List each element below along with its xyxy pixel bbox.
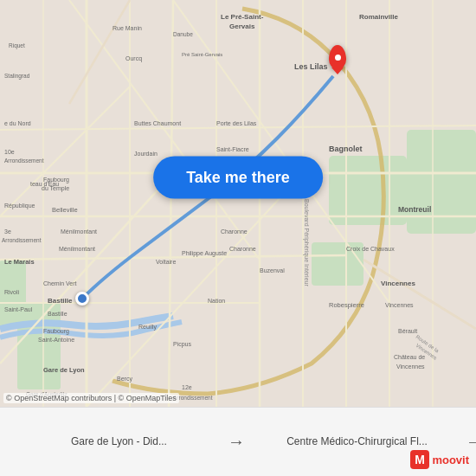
svg-text:Faubourg: Faubourg [43,177,69,183]
svg-text:Charonne: Charonne [221,228,248,235]
svg-text:Les Lilas: Les Lilas [294,62,328,71]
svg-text:Arrondissement: Arrondissement [2,237,42,243]
cta-button-container: Take me there [153,157,323,199]
svg-text:M: M [415,453,426,466]
svg-text:Romainville: Romainville [359,13,398,21]
svg-text:3e: 3e [4,228,11,235]
svg-text:Gare de Lyon: Gare de Lyon [43,366,85,374]
svg-text:Bastille: Bastille [48,311,68,317]
svg-text:Ménilmontant: Ménilmontant [59,246,95,252]
destination-pin [329,45,346,69]
svg-text:Reuilly: Reuilly [138,324,158,331]
svg-text:12e: 12e [182,384,192,390]
svg-text:Buzenval: Buzenval [260,267,285,273]
svg-text:Picpus: Picpus [173,341,192,348]
svg-text:Bercy: Bercy [117,376,132,383]
moovit-logo-text: moovit [432,453,469,466]
svg-text:Saint-Fiacre: Saint-Fiacre [216,146,249,152]
footer: Gare de Lyon - Did... Centre Médico-Chir… [0,407,476,476]
origin-pin [75,292,89,306]
svg-text:Nation: Nation [208,298,225,304]
footer-origin-label: Gare de Lyon - Did... [71,435,167,449]
svg-text:Bagnolet: Bagnolet [329,145,363,153]
svg-text:Rue Manin: Rue Manin [113,25,142,31]
svg-text:Philippe Auguste: Philippe Auguste [182,250,227,257]
svg-text:Saint-Antoine: Saint-Antoine [38,337,74,343]
svg-text:Charonne: Charonne [229,246,256,252]
map-container: Boulevard Périphérique Intérieur Rue Man… [0,0,476,407]
svg-text:Vincennes: Vincennes [381,280,415,287]
take-me-there-button[interactable]: Take me there [153,157,323,199]
svg-text:Saint-Paul: Saint-Paul [4,306,33,312]
svg-text:Voltaire: Voltaire [156,259,176,265]
svg-text:Robespierre: Robespierre [329,301,364,309]
svg-text:Vincennes: Vincennes [385,302,414,308]
svg-text:Riquet: Riquet [9,42,25,49]
svg-text:Vincennes: Vincennes [396,363,425,370]
svg-text:Gervais: Gervais [229,23,255,30]
svg-text:Croix de Chavaux: Croix de Chavaux [346,246,395,252]
svg-text:Stalingrad: Stalingrad [4,73,30,80]
svg-text:Château de: Château de [394,354,425,360]
svg-text:Faubourg: Faubourg [43,328,69,335]
map-attribution: © OpenStreetMap contributors | © OpenMap… [3,393,179,403]
svg-text:Ourcq: Ourcq [125,55,142,62]
moovit-logo: M moovit [410,450,469,469]
svg-text:Montreuil: Montreuil [398,205,431,214]
svg-text:du Temple: du Temple [42,185,69,192]
map-svg: Boulevard Périphérique Intérieur Rue Man… [0,0,476,407]
svg-text:Danube: Danube [173,31,193,37]
svg-text:Le Pré-Saint-: Le Pré-Saint- [221,13,264,21]
svg-text:Ménilmontant: Ménilmontant [61,228,97,235]
svg-text:Bérault: Bérault [398,328,417,334]
footer-origin: Gare de Lyon - Did... [0,428,238,456]
svg-text:Bastille: Bastille [48,297,73,305]
svg-rect-2 [407,130,476,234]
moovit-icon: M [410,450,429,469]
svg-text:Porte des Lilas: Porte des Lilas [216,120,257,126]
svg-text:Pré Saint-Gervais: Pré Saint-Gervais [182,52,222,57]
svg-text:Buttes Chaumont: Buttes Chaumont [134,120,181,126]
svg-text:Boulevard Périphérique Intérie: Boulevard Périphérique Intérieur [303,199,310,286]
svg-text:Chemin Vert: Chemin Vert [43,280,77,286]
svg-text:Le Marais: Le Marais [4,258,35,266]
svg-text:Arrondissement: Arrondissement [4,158,44,164]
footer-destination-label: Centre Médico-Chirurgical Fl... [286,435,428,449]
svg-rect-1 [329,156,407,225]
svg-text:e du Nord: e du Nord [4,120,31,126]
svg-text:Belleville: Belleville [52,206,78,214]
svg-text:République: République [4,203,35,209]
svg-text:Rivoli: Rivoli [4,289,20,295]
svg-text:10e: 10e [4,149,15,155]
